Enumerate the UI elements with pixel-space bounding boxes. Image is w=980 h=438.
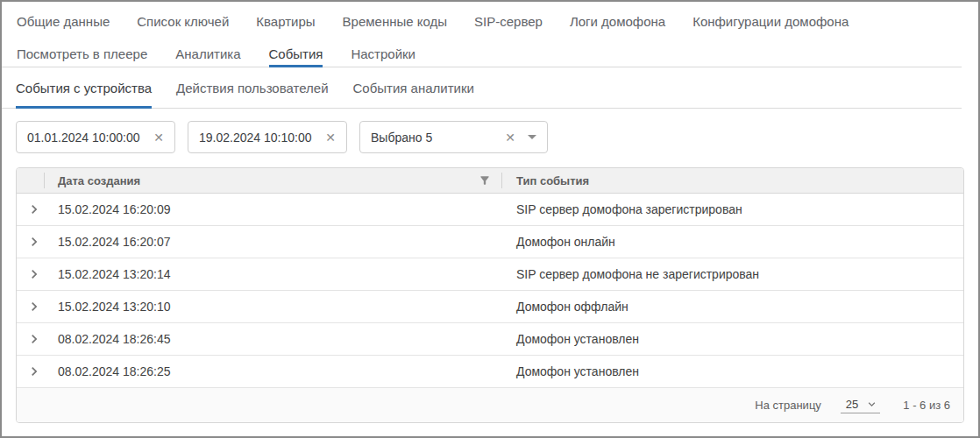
row-date: 08.02.2024 18:26:25 [46, 364, 503, 378]
type-column-label: Тип события [516, 174, 589, 187]
expand-cell [17, 363, 46, 380]
per-page-value: 25 [846, 398, 858, 411]
row-date: 15.02.2024 16:20:07 [46, 235, 503, 249]
table-pagination-bar: На страницу 25 1 - 6 из 6 [17, 388, 963, 422]
toggle-column-header [17, 168, 44, 193]
row-event-type: SIP сервер домофона зарегистрирован [503, 202, 963, 216]
subtab-user-actions[interactable]: Действия пользователей [176, 67, 328, 108]
chevron-right-icon[interactable] [25, 201, 43, 218]
chevron-right-icon[interactable] [25, 330, 43, 348]
date-to-input[interactable]: 19.02.2024 10:10:00 ✕ [188, 121, 347, 153]
tab-events[interactable]: События [269, 40, 323, 67]
table-row: 15.02.2024 16:20:07 Домофон онлайн [17, 226, 963, 258]
row-date: 15.02.2024 13:20:10 [46, 300, 503, 314]
events-table: Дата создания Тип события 15.02.2024 16:… [16, 167, 964, 423]
date-column-label: Дата создания [58, 174, 140, 187]
date-from-value: 01.01.2024 10:00:00 [27, 131, 146, 145]
table-header-row: Дата создания Тип события [17, 168, 963, 194]
filter-funnel-icon[interactable] [479, 174, 491, 187]
expand-cell [17, 330, 46, 348]
subtab-device-events[interactable]: События с устройства [16, 67, 152, 108]
per-page-label: На страницу [755, 399, 821, 412]
secondary-tab-bar: Посмотреть в плеере Аналитика События На… [2, 40, 962, 67]
expand-cell [17, 265, 46, 283]
row-event-type: SIP сервер домофона не зарегистрирован [503, 267, 963, 281]
table-row: 08.02.2024 18:26:45 Домофон установлен [17, 323, 963, 356]
filters-bar: 01.01.2024 10:00:00 ✕ 19.02.2024 10:10:0… [16, 121, 964, 153]
tab-temporary-codes[interactable]: Временные коды [343, 14, 447, 29]
events-subtab-bar: События с устройства Действия пользовате… [2, 67, 962, 109]
event-type-value: Выбрано 5 [371, 131, 498, 145]
expand-cell [17, 201, 46, 218]
table-row: 15.02.2024 13:20:14 SIP сервер домофона … [17, 258, 963, 291]
chevron-right-icon[interactable] [25, 298, 43, 315]
event-type-multiselect[interactable]: Выбрано 5 ✕ [359, 121, 548, 153]
subtab-analytics-events[interactable]: События аналитики [353, 67, 474, 108]
tab-analytics[interactable]: Аналитика [175, 40, 240, 67]
table-row: 15.02.2024 13:20:10 Домофон оффлайн [17, 291, 963, 323]
expand-cell [17, 298, 46, 315]
tab-view-in-player[interactable]: Посмотреть в плеере [17, 40, 147, 67]
date-from-input[interactable]: 01.01.2024 10:00:00 ✕ [16, 121, 175, 153]
expand-cell [17, 233, 46, 251]
clear-icon[interactable]: ✕ [505, 131, 515, 144]
pagination-range: 1 - 6 из 6 [903, 399, 950, 412]
date-to-value: 19.02.2024 10:10:00 [199, 131, 318, 145]
chevron-right-icon[interactable] [25, 363, 43, 380]
table-row: 08.02.2024 18:26:25 Домофон установлен [17, 356, 963, 388]
tab-apartments[interactable]: Квартиры [256, 14, 315, 29]
type-column-header: Тип события [502, 174, 963, 187]
clear-icon[interactable]: ✕ [153, 131, 164, 144]
dropdown-caret-icon[interactable] [528, 135, 536, 139]
tab-sip-server[interactable]: SIP-сервер [474, 14, 543, 29]
row-date: 08.02.2024 18:26:45 [46, 332, 503, 346]
chevron-right-icon[interactable] [25, 233, 43, 251]
primary-tab-bar: Общие данные Список ключей Квартиры Врем… [2, 2, 978, 40]
chevron-right-icon[interactable] [25, 265, 43, 283]
tab-intercom-logs[interactable]: Логи домофона [570, 14, 665, 29]
clear-icon[interactable]: ✕ [325, 131, 336, 144]
table-row: 15.02.2024 16:20:09 SIP сервер домофона … [17, 194, 963, 226]
chevron-down-icon [865, 398, 878, 411]
row-event-type: Домофон установлен [503, 364, 963, 378]
per-page-select[interactable]: 25 [841, 398, 880, 413]
tab-settings[interactable]: Настройки [351, 40, 415, 67]
tab-general-data[interactable]: Общие данные [17, 14, 110, 29]
row-event-type: Домофон установлен [503, 332, 963, 346]
date-column-header: Дата создания [45, 174, 501, 187]
row-date: 15.02.2024 13:20:14 [46, 267, 503, 281]
intercom-admin-page: Общие данные Список ключей Квартиры Врем… [0, 0, 980, 438]
row-event-type: Домофон онлайн [503, 235, 963, 249]
tab-intercom-configs[interactable]: Конфигурации домофона [692, 14, 849, 29]
row-event-type: Домофон оффлайн [503, 300, 963, 314]
row-date: 15.02.2024 16:20:09 [46, 202, 503, 216]
tab-key-list[interactable]: Список ключей [137, 14, 229, 29]
